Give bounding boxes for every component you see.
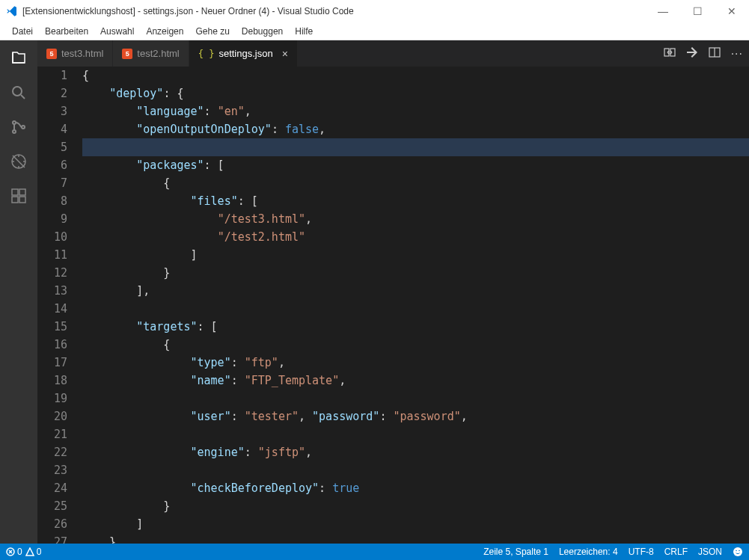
- code-line[interactable]: "targets": [: [82, 318, 749, 336]
- close-button[interactable]: ✕: [715, 0, 749, 22]
- menu-auswahl[interactable]: Auswahl: [94, 22, 140, 40]
- line-number: 23: [37, 461, 67, 479]
- extensions-icon[interactable]: [8, 185, 29, 206]
- code-line[interactable]: "engine": "jsftp",: [82, 443, 749, 461]
- line-number: 8: [37, 192, 67, 210]
- svg-point-2: [13, 130, 16, 133]
- line-number: 11: [37, 246, 67, 264]
- line-number: 24: [37, 479, 67, 497]
- split-editor-icon[interactable]: [709, 46, 721, 61]
- code-line[interactable]: "checkBeforeDeploy": true: [82, 479, 749, 497]
- menubar: DateiBearbeitenAuswahlAnzeigenGehe zuDeb…: [0, 22, 749, 40]
- line-number: 26: [37, 515, 67, 533]
- menu-datei[interactable]: Datei: [6, 22, 39, 40]
- line-number: 4: [37, 120, 67, 138]
- code-line[interactable]: "name": "FTP_Template",: [82, 372, 749, 390]
- line-number: 15: [37, 318, 67, 336]
- svg-point-0: [13, 87, 22, 96]
- debug-icon[interactable]: [8, 151, 29, 172]
- open-changes-icon[interactable]: [686, 46, 698, 61]
- cursor-position[interactable]: Zeile 5, Spalte 1: [483, 547, 548, 557]
- svg-point-1: [13, 121, 16, 124]
- code-line[interactable]: ]: [82, 515, 749, 533]
- code-line[interactable]: }: [82, 497, 749, 515]
- eol[interactable]: CRLF: [664, 547, 688, 557]
- code-line[interactable]: ],: [82, 282, 749, 300]
- tab-test3-html[interactable]: 5test3.html: [37, 40, 113, 67]
- svg-point-14: [736, 550, 737, 552]
- source-control-icon[interactable]: [8, 117, 29, 138]
- line-number: 19: [37, 390, 67, 407]
- line-number: 16: [37, 336, 67, 354]
- line-number: 20: [37, 407, 67, 425]
- code-line[interactable]: "deploy": {: [82, 84, 749, 102]
- maximize-button[interactable]: ☐: [680, 0, 715, 22]
- code-line[interactable]: "type": "ftp",: [82, 354, 749, 372]
- code-line[interactable]: "packages": [: [82, 156, 749, 174]
- svg-point-15: [739, 550, 740, 552]
- code-line[interactable]: "/test2.html": [82, 228, 749, 246]
- encoding[interactable]: UTF-8: [629, 547, 654, 557]
- more-icon[interactable]: ···: [731, 47, 743, 61]
- line-number: 22: [37, 443, 67, 461]
- code-line[interactable]: [82, 300, 749, 318]
- code-line[interactable]: ]: [82, 246, 749, 264]
- vscode-logo-icon: [6, 5, 18, 17]
- explorer-icon[interactable]: [8, 48, 29, 69]
- language-mode[interactable]: JSON: [698, 547, 722, 557]
- code-line[interactable]: "language": "en",: [82, 102, 749, 120]
- line-number: 7: [37, 174, 67, 192]
- code-line[interactable]: "user": "tester", "password": "password"…: [82, 407, 749, 425]
- activity-bar: [0, 40, 37, 544]
- close-tab-icon[interactable]: ×: [282, 48, 288, 60]
- tab-settings-json[interactable]: { }settings.json×: [189, 40, 298, 67]
- warnings-item[interactable]: 0: [25, 547, 42, 557]
- line-number: 6: [37, 156, 67, 174]
- menu-gehe zu[interactable]: Gehe zu: [189, 22, 235, 40]
- code-line[interactable]: "openOutputOnDeploy": false,: [82, 120, 749, 138]
- line-number: 14: [37, 300, 67, 318]
- menu-debuggen[interactable]: Debuggen: [236, 22, 289, 40]
- window-title: [Extensionentwicklungshost] - settings.j…: [22, 6, 646, 16]
- code-line[interactable]: "files": [: [82, 192, 749, 210]
- line-number: 21: [37, 425, 67, 443]
- status-bar: 0 0 Zeile 5, Spalte 1 Leerzeichen: 4 UTF…: [0, 544, 749, 560]
- code-content[interactable]: { "deploy": { "language": "en", "openOut…: [82, 67, 749, 544]
- line-number: 25: [37, 497, 67, 515]
- line-number: 2: [37, 84, 67, 102]
- svg-rect-10: [670, 49, 675, 56]
- feedback-icon[interactable]: [733, 547, 743, 557]
- code-line[interactable]: [82, 390, 749, 407]
- menu-anzeigen[interactable]: Anzeigen: [140, 22, 189, 40]
- minimize-button[interactable]: —: [646, 0, 680, 22]
- menu-bearbeiten[interactable]: Bearbeiten: [39, 22, 94, 40]
- line-number: 3: [37, 102, 67, 120]
- tab-actions: ···: [664, 40, 749, 67]
- code-line[interactable]: }: [82, 533, 749, 544]
- code-line[interactable]: {: [82, 174, 749, 192]
- errors-item[interactable]: 0: [6, 547, 22, 557]
- code-line[interactable]: "/test3.html",: [82, 210, 749, 228]
- code-line[interactable]: }: [82, 264, 749, 282]
- tab-label: test3.html: [61, 48, 103, 59]
- code-line[interactable]: {: [82, 336, 749, 354]
- code-line[interactable]: [82, 425, 749, 443]
- svg-rect-5: [12, 189, 18, 195]
- tab-bar: 5test3.html5test2.html{ }settings.json× …: [37, 40, 749, 67]
- editor[interactable]: 1234567891011121314151617181920212223242…: [37, 67, 749, 544]
- line-number: 1: [37, 67, 67, 84]
- line-number: 13: [37, 282, 67, 300]
- search-icon[interactable]: [8, 82, 29, 103]
- code-line[interactable]: {: [82, 67, 749, 84]
- tab-test2-html[interactable]: 5test2.html: [113, 40, 189, 67]
- code-line[interactable]: [82, 461, 749, 479]
- indentation[interactable]: Leerzeichen: 4: [559, 547, 618, 557]
- line-number: 18: [37, 372, 67, 390]
- line-gutter: 1234567891011121314151617181920212223242…: [37, 67, 82, 544]
- compare-icon[interactable]: [664, 46, 676, 61]
- code-line[interactable]: [82, 138, 749, 156]
- line-number: 27: [37, 533, 67, 544]
- menu-hilfe[interactable]: Hilfe: [289, 22, 319, 40]
- svg-rect-9: [664, 49, 669, 56]
- json-file-icon: { }: [198, 49, 215, 59]
